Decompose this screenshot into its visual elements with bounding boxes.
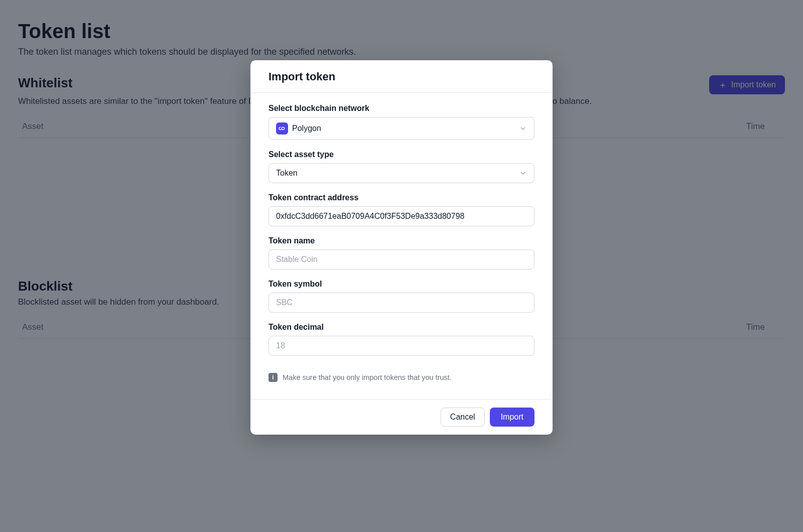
info-row: i Make sure that you only import tokens …	[269, 366, 534, 395]
modal-overlay[interactable]: Import token Select blockchain network P…	[0, 0, 803, 532]
token-symbol-label: Token symbol	[269, 280, 534, 289]
field-token-symbol: Token symbol	[269, 280, 534, 313]
field-asset-type: Select asset type Token	[269, 150, 534, 183]
field-contract-address: Token contract address	[269, 193, 534, 226]
network-select[interactable]: Polygon	[269, 117, 534, 140]
modal-body: Select blockchain network Polygon Select	[250, 93, 553, 399]
field-token-name: Token name	[269, 236, 534, 270]
token-decimal-input[interactable]	[269, 336, 534, 356]
import-button[interactable]: Import	[490, 408, 534, 427]
token-decimal-label: Token decimal	[269, 323, 534, 332]
token-name-input[interactable]	[269, 249, 534, 270]
contract-address-label: Token contract address	[269, 193, 534, 202]
contract-address-input[interactable]	[269, 206, 534, 226]
chevron-down-icon	[519, 124, 527, 132]
asset-type-label: Select asset type	[269, 150, 534, 159]
cancel-button[interactable]: Cancel	[441, 408, 485, 427]
token-name-label: Token name	[269, 236, 534, 245]
info-text: Make sure that you only import tokens th…	[283, 373, 452, 381]
info-icon: i	[269, 373, 278, 382]
modal-title: Import token	[269, 70, 534, 83]
network-value: Polygon	[292, 124, 321, 133]
asset-type-select[interactable]: Token	[269, 163, 534, 183]
field-network: Select blockchain network Polygon	[269, 104, 534, 140]
asset-type-value: Token	[276, 169, 298, 178]
token-symbol-input[interactable]	[269, 293, 534, 313]
polygon-icon	[276, 122, 288, 135]
modal-footer: Cancel Import	[250, 399, 553, 435]
chevron-down-icon	[519, 169, 527, 177]
field-token-decimal: Token decimal	[269, 323, 534, 356]
import-token-modal: Import token Select blockchain network P…	[250, 60, 553, 435]
network-label: Select blockchain network	[269, 104, 534, 113]
modal-header: Import token	[250, 60, 553, 93]
